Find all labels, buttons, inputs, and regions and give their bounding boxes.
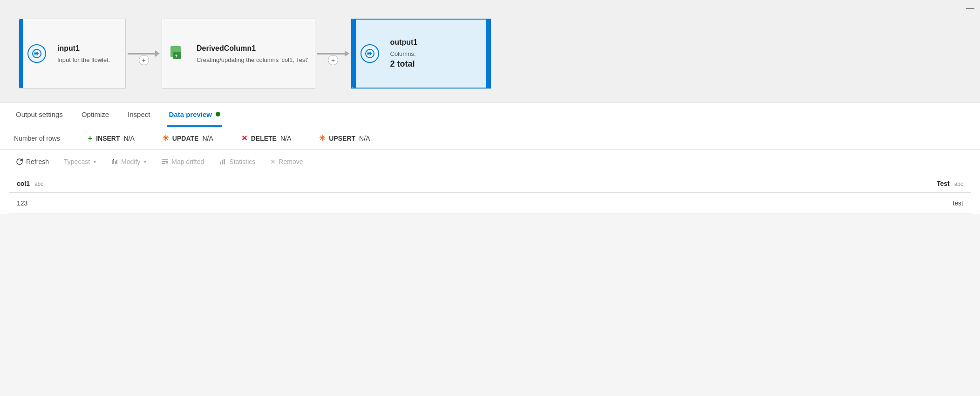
modify-button[interactable]: Modify ▾ bbox=[104, 155, 153, 168]
connector-line-2 bbox=[317, 53, 345, 55]
node-input1-title: input1 bbox=[57, 44, 119, 53]
col1-name: col1 bbox=[17, 180, 30, 187]
connector-2: + bbox=[315, 50, 351, 57]
refresh-button[interactable]: Refresh bbox=[9, 155, 55, 168]
node-output1-title: output1 bbox=[390, 38, 480, 47]
svg-rect-11 bbox=[162, 159, 168, 160]
data-table: col1 abc Test abc 123 test bbox=[9, 174, 971, 214]
node-derived-content: DerivedColumn1 Creating/updating the col… bbox=[190, 19, 315, 88]
node-input1-content: input1 Input for the flowlet. bbox=[51, 19, 125, 88]
update-value: N/A bbox=[202, 135, 213, 142]
output-icon bbox=[361, 44, 379, 63]
toolbar-row: Refresh Typecast ▾ Modify ▾ Map drift bbox=[0, 150, 980, 174]
svg-rect-14 bbox=[220, 162, 221, 164]
typecast-button[interactable]: Typecast ▾ bbox=[57, 155, 102, 168]
node-left-bar bbox=[19, 19, 23, 88]
refresh-icon bbox=[16, 158, 23, 165]
upsert-label: UPSERT bbox=[329, 135, 355, 142]
node-input1[interactable]: input1 Input for the flowlet. bbox=[19, 19, 126, 89]
node-input1-desc: Input for the flowlet. bbox=[57, 56, 119, 63]
output-right-bar bbox=[486, 20, 490, 88]
connector-1: + bbox=[126, 50, 162, 57]
table-header-row: col1 abc Test abc bbox=[9, 174, 971, 192]
modify-icon bbox=[111, 158, 118, 165]
remove-x-icon: ✕ bbox=[270, 158, 276, 165]
update-label: UPDATE bbox=[172, 135, 199, 142]
test-name: Test bbox=[937, 180, 950, 187]
svg-rect-8 bbox=[115, 161, 117, 164]
node-output1[interactable]: output1 Columns: 2 total bbox=[351, 19, 491, 89]
data-table-area: col1 abc Test abc 123 test bbox=[0, 174, 980, 214]
typecast-chevron: ▾ bbox=[94, 159, 96, 164]
tab-data-preview[interactable]: Data preview bbox=[167, 103, 222, 127]
tab-output-settings[interactable]: Output settings bbox=[14, 103, 65, 127]
upsert-stat: ✳ UPSERT N/A bbox=[319, 134, 370, 143]
delete-label: DELETE bbox=[251, 135, 277, 142]
node-icon-col bbox=[23, 19, 51, 88]
col1-cell: 123 bbox=[9, 192, 491, 214]
svg-rect-16 bbox=[224, 159, 225, 164]
number-of-rows-label: Number of rows bbox=[14, 135, 60, 142]
statistics-button[interactable]: Statistics bbox=[212, 155, 262, 168]
node-output1-content: output1 Columns: 2 total bbox=[384, 20, 486, 88]
add-node-button-1[interactable]: + bbox=[139, 55, 149, 65]
delete-stat: ✕ DELETE N/A bbox=[241, 134, 292, 143]
insert-label: INSERT bbox=[96, 135, 120, 142]
col1-header: col1 abc bbox=[9, 174, 491, 192]
svg-rect-10 bbox=[116, 160, 117, 161]
tab-optimize[interactable]: Optimize bbox=[80, 103, 111, 127]
update-stat: ✳ UPDATE N/A bbox=[163, 134, 213, 143]
node-derived-column1[interactable]: + DerivedColumn1 Creating/updating the c… bbox=[162, 19, 315, 89]
pipeline-canvas: input1 Input for the flowlet. + + bbox=[0, 0, 980, 102]
svg-rect-7 bbox=[112, 160, 114, 164]
node-output1-columns-value: 2 total bbox=[390, 59, 480, 69]
stats-bar: Number of rows + INSERT N/A ✳ UPDATE N/A… bbox=[0, 127, 980, 150]
test-type: abc bbox=[954, 181, 963, 187]
derived-column-icon: + bbox=[169, 45, 185, 62]
delete-value: N/A bbox=[280, 135, 291, 142]
insert-icon: + bbox=[88, 134, 92, 143]
svg-rect-6 bbox=[367, 52, 369, 55]
svg-rect-1 bbox=[34, 52, 36, 55]
table-row: 123 test bbox=[9, 192, 971, 214]
svg-rect-9 bbox=[113, 159, 114, 160]
bottom-panel: Output settings Optimize Inspect Data pr… bbox=[0, 102, 980, 214]
map-drifted-icon bbox=[161, 158, 169, 165]
connector-line-1 bbox=[128, 53, 156, 55]
upsert-value: N/A bbox=[359, 135, 370, 142]
node-output1-columns-label: Columns: bbox=[390, 50, 480, 57]
modify-chevron: ▾ bbox=[144, 159, 146, 164]
col1-type: abc bbox=[34, 181, 43, 187]
svg-text:+: + bbox=[175, 54, 177, 58]
upsert-icon: ✳ bbox=[319, 134, 325, 143]
add-node-button-2[interactable]: + bbox=[328, 55, 338, 65]
derived-icon-col: + bbox=[162, 19, 190, 88]
delete-icon: ✕ bbox=[241, 134, 247, 143]
test-header: Test abc bbox=[491, 174, 971, 192]
insert-stat: + INSERT N/A bbox=[88, 134, 135, 143]
connector-arrow-2 bbox=[345, 50, 349, 57]
tabs-row: Output settings Optimize Inspect Data pr… bbox=[0, 103, 980, 127]
test-cell: test bbox=[491, 192, 971, 214]
map-drifted-button[interactable]: Map drifted bbox=[155, 155, 211, 168]
output-icon-col bbox=[356, 20, 384, 88]
remove-button[interactable]: ✕ Remove bbox=[264, 155, 309, 168]
svg-rect-12 bbox=[162, 161, 168, 162]
output-left-bar bbox=[352, 20, 356, 88]
svg-rect-15 bbox=[222, 160, 223, 164]
minimize-button[interactable]: — bbox=[966, 4, 974, 12]
tab-inspect[interactable]: Inspect bbox=[126, 103, 152, 127]
connector-arrow-1 bbox=[155, 50, 160, 57]
insert-value: N/A bbox=[124, 135, 135, 142]
data-preview-indicator bbox=[216, 112, 220, 116]
node-derived-desc: Creating/updating the columns 'col1, Tes… bbox=[197, 56, 308, 63]
svg-rect-13 bbox=[162, 163, 165, 164]
update-icon: ✳ bbox=[163, 134, 169, 143]
statistics-icon bbox=[219, 158, 226, 165]
node-derived-title: DerivedColumn1 bbox=[197, 44, 308, 53]
input-icon bbox=[27, 44, 46, 63]
